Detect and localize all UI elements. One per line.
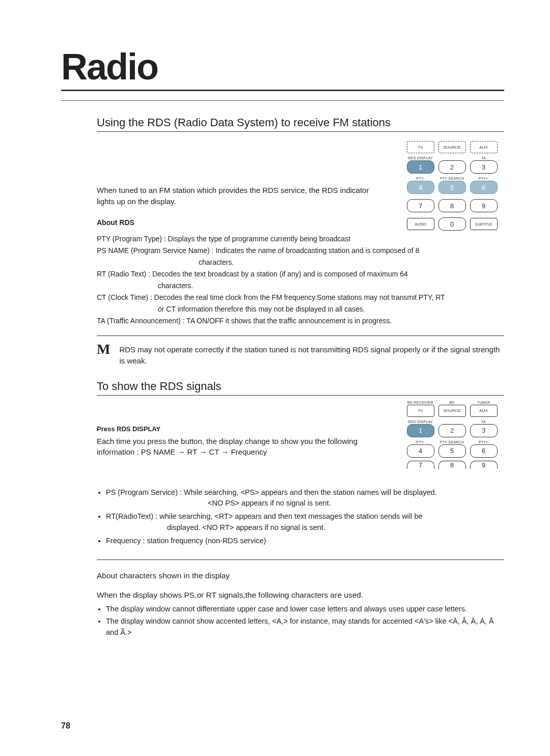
aux-button-2: AUX [470, 405, 498, 417]
intro-placeholder [97, 141, 384, 177]
num-4-button: 4 [407, 181, 434, 194]
num-6-button: 6 [470, 181, 498, 194]
remote-row: 4 5 6 [400, 444, 504, 458]
row-show: Press RDS DISPLAY Each time you press th… [97, 405, 504, 472]
ta-label: TA [470, 156, 498, 160]
pty-search-label: PTY SEARCH [438, 177, 466, 180]
num-3-button-2: 3 [470, 424, 498, 437]
when-tuned-text: When tuned to an FM station which provid… [97, 185, 384, 207]
note-rule-top [97, 335, 504, 336]
num-1-button-2: 1 [407, 424, 434, 437]
def-ps2: characters. [97, 257, 504, 268]
heading-using-rds: Using the RDS (Radio Data System) to rec… [97, 116, 504, 129]
row-intro: When tuned to an FM station which provid… [97, 141, 504, 234]
num-5-button-2: 5 [438, 444, 466, 458]
intro-left: When tuned to an FM station which provid… [97, 141, 384, 234]
num-6-button-2: 6 [470, 444, 498, 458]
heading-show-rds: To show the RDS signals [97, 380, 504, 393]
num-2-button-2: 2 [438, 424, 466, 437]
pty-plus-label-2: PTY+ [470, 440, 498, 444]
pty-plus-label: PTY+ [470, 177, 498, 180]
subtitle-button: SUBTITLE [470, 218, 498, 230]
ta-label-2: TA [470, 420, 498, 424]
h2-rule-2 [97, 395, 504, 396]
lower-rule [97, 559, 504, 560]
remote2-mid-labels: RDS DISPLAY TA [400, 420, 504, 424]
title-rule [61, 90, 504, 91]
lower-bullet-2: The display window cannot show accented … [106, 616, 504, 638]
remote-pty-labels: PTY- PTY SEARCH PTY+ [400, 177, 504, 180]
each-time-text: Each time you press the button, the disp… [97, 436, 384, 458]
def-ct1: CT (Clock Time) : Decodes the real time … [97, 292, 504, 303]
source-button-2: SOURCE [438, 405, 466, 417]
press-rds-display-label: Press RDS DISPLAY [97, 425, 384, 433]
num-5-button: 5 [438, 181, 466, 194]
page-title: Radio [61, 46, 504, 88]
def-ps1: PS NAME (Program Service Name) : Indicat… [97, 245, 504, 256]
num-3-button: 3 [470, 160, 498, 174]
num-8-button-2: 8 [438, 461, 466, 469]
remote-row: 7 8 9 [400, 199, 504, 212]
about-chars-heading: About characters shown in the display [97, 571, 504, 580]
def-ta: TA (Traffic Announcement) : TA ON/OFF it… [97, 316, 504, 326]
def-rt1: RT (Radio Text) : Decodes the text broad… [97, 269, 504, 279]
rds-display-label: RDS DISPLAY [407, 156, 434, 160]
aux-button: AUX [470, 141, 498, 153]
about-rds-label: About RDS [97, 218, 384, 227]
def-ct2: or CT information therefore this may not… [97, 304, 504, 315]
num-9-button-2: 9 [470, 461, 498, 469]
def-pty: PTY (Program Type) : Displays the type o… [97, 234, 504, 244]
sub-rule [61, 100, 504, 101]
num-8-button: 8 [438, 199, 466, 212]
rds-definitions: PTY (Program Type) : Displays the type o… [97, 234, 504, 326]
pty-minus-label: PTY- [407, 177, 434, 180]
remote2-top-labels: BD RECEIVER BD TUNER [400, 401, 504, 404]
remote-row: TV SOURCE AUX [400, 405, 504, 417]
pty-search-label-2: PTY SEARCH [438, 440, 466, 444]
remote-row: 4 5 6 [400, 181, 504, 194]
source-button: SOURCE [438, 141, 466, 153]
bullet-ps: PS (Program Service) : While searching, … [106, 487, 504, 510]
num-9-button: 9 [470, 199, 498, 212]
bullet-freq: Frequency : station frequency (non-RDS s… [106, 536, 504, 547]
tv-button-2: TV [407, 405, 434, 417]
remote-illustration-1: TV SOURCE AUX RDS DISPLAY TA 1 2 3 PTY- … [400, 141, 504, 234]
remote-row: 1 2 3 [400, 424, 504, 437]
num-1-button: 1 [407, 160, 434, 174]
remote-row: 1 2 3 [400, 160, 504, 174]
main-content: Using the RDS (Radio Data System) to rec… [61, 116, 504, 638]
pty-minus-label-2: PTY- [407, 440, 434, 444]
remote-row: TV SOURCE AUX [400, 141, 504, 153]
when-display-text: When the display shows PS,or RT signals,… [97, 591, 504, 600]
tv-button: TV [407, 141, 434, 153]
remote-labels: RDS DISPLAY TA [400, 156, 504, 160]
tuner-label: TUNER [470, 401, 498, 404]
remote-row: AUDIO 0 SUBTITLE [400, 217, 504, 231]
num-7-button: 7 [407, 199, 434, 212]
num-4-button-2: 4 [407, 444, 434, 458]
bd-label: BD [438, 401, 466, 404]
note-text: RDS may not operate correctly if the sta… [119, 342, 504, 367]
num-2-button: 2 [438, 160, 466, 174]
bullet-rt: RT(RadioText) : while searching, <RT> ap… [106, 511, 504, 534]
show-bullets: PS (Program Service) : While searching, … [97, 487, 504, 547]
audio-button: AUDIO [407, 218, 434, 230]
page-number: 78 [61, 721, 70, 731]
remote-illustration-2: BD RECEIVER BD TUNER TV SOURCE AUX RDS D… [400, 401, 504, 472]
def-rt2: characters. [97, 281, 504, 291]
note-icon: M [97, 342, 110, 356]
h2-rule-1 [97, 131, 504, 132]
bd-receiver-label: BD RECEIVER [407, 401, 434, 404]
rds-display-label-2: RDS DISPLAY [407, 420, 434, 424]
manual-page: Radio Using the RDS (Radio Data System) … [0, 0, 550, 756]
lower-bullets: The display window cannot differentiate … [97, 604, 504, 638]
lower-bullet-1: The display window cannot differentiate … [106, 604, 504, 615]
note-block: M RDS may not operate correctly if the s… [97, 342, 504, 367]
show-placeholder [97, 405, 384, 416]
show-left: Press RDS DISPLAY Each time you press th… [97, 405, 384, 472]
remote2-pty-labels: PTY- PTY SEARCH PTY+ [400, 440, 504, 444]
remote-row: 7 8 9 [400, 461, 504, 469]
num-0-button: 0 [438, 217, 466, 231]
num-7-button-2: 7 [407, 461, 434, 469]
